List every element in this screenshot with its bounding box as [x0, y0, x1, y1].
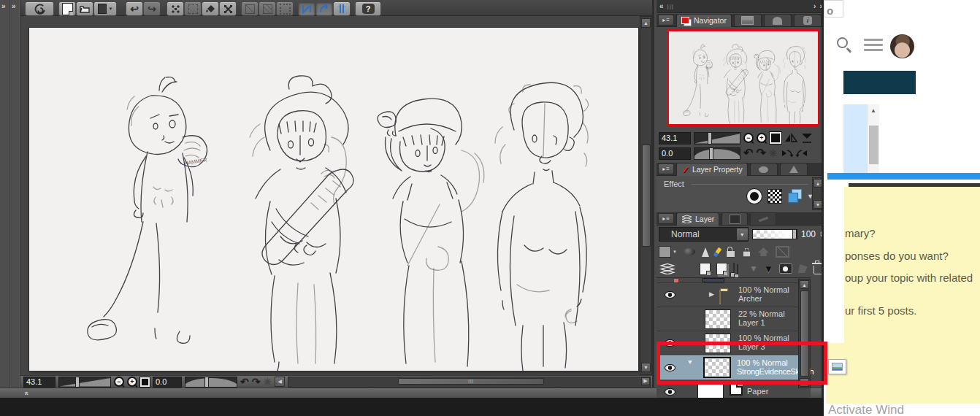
layer-row[interactable]: ▶ 100 % Normal Archer	[656, 283, 811, 307]
tab-information[interactable]: i	[794, 14, 822, 26]
layer-mask-button[interactable]	[779, 263, 792, 274]
lock-transparent-icon[interactable]	[743, 251, 751, 258]
zoom-in-button[interactable]: +	[127, 377, 137, 387]
edit-pen-icon[interactable]	[713, 247, 722, 257]
clip-at-layer-icon[interactable]	[758, 247, 769, 256]
panel-menu-button[interactable]: ▸≡	[658, 163, 674, 174]
undo-button[interactable]: ↩	[126, 1, 143, 16]
rotate-right-90-button[interactable]	[796, 148, 808, 158]
opacity-spinner[interactable]: ▲ ▼	[819, 231, 824, 238]
zoom-slider[interactable]	[58, 377, 111, 388]
draft-layer-icon[interactable]	[684, 248, 695, 255]
nav-reset-rotation-button[interactable]: ✳	[769, 148, 778, 158]
nav-zoom-out-button[interactable]: −	[743, 133, 754, 143]
nav-fit-button[interactable]	[770, 132, 781, 144]
onion-skin-icon[interactable]	[702, 247, 709, 257]
apply-mask-icon[interactable]	[798, 264, 808, 273]
rotation-slider[interactable]	[185, 377, 237, 388]
dotted-square-button[interactable]	[184, 1, 202, 16]
expand-dock-button[interactable]: »	[1, 2, 5, 10]
dock-expand-button[interactable]: »	[819, 2, 823, 10]
canvas-horizontal-scrollbar[interactable]: ||| ▶	[288, 377, 651, 388]
snap-ruler-button[interactable]	[298, 1, 315, 16]
user-avatar[interactable]	[890, 34, 914, 58]
scroll-up-button[interactable]: ▲	[641, 18, 651, 28]
palette-color-swatch[interactable]: ▼	[659, 246, 677, 258]
paint-object-button[interactable]	[202, 1, 219, 16]
dock-grip[interactable]: |||	[667, 3, 674, 9]
tab-animation[interactable]	[750, 163, 778, 175]
save-dropdown-arrow[interactable]: ▼	[109, 7, 113, 11]
blend-dropdown-arrow[interactable]: ▼	[737, 228, 748, 240]
panel-menu-button[interactable]: ▸≡	[658, 213, 674, 224]
ruler-range-icon[interactable]	[776, 246, 789, 258]
snap-grid-button[interactable]	[333, 1, 351, 16]
tab-layer-search[interactable]	[721, 212, 748, 225]
rotate-cw-button[interactable]: ↷	[252, 377, 261, 387]
browser-scroll-thumb[interactable]	[869, 126, 878, 164]
rotation-slider-thumb[interactable]	[204, 377, 209, 388]
panel-menu-button[interactable]: ▸≡	[658, 15, 674, 26]
scroll-down-button[interactable]: ▼	[814, 200, 822, 209]
layer-row-partial[interactable]	[656, 278, 811, 283]
tab-navigator[interactable]: Navigator	[676, 14, 732, 27]
layer-property-scrollbar[interactable]: ▲ ▼	[812, 177, 824, 210]
swatch-dropdown-arrow[interactable]: ▼	[673, 250, 677, 254]
scroll-up-button[interactable]: ▲	[800, 280, 809, 289]
tab-material[interactable]	[780, 163, 808, 175]
save-button[interactable]: ▼	[93, 1, 117, 16]
scroll-left-button[interactable]: ◀	[275, 377, 285, 387]
dots-selector-button[interactable]	[166, 1, 184, 16]
scroll-up-button[interactable]: ▲	[814, 179, 822, 188]
flip-vertical-button[interactable]	[800, 133, 814, 143]
search-icon[interactable]	[837, 37, 848, 48]
tab-layer[interactable]: Layer	[676, 212, 719, 226]
rotate-left-90-button[interactable]	[781, 148, 793, 158]
mesh-transform-button[interactable]	[219, 1, 237, 16]
hamburger-menu-icon[interactable]	[864, 39, 883, 51]
merge-down-button[interactable]: ▼	[764, 263, 773, 274]
collapse-dock-button[interactable]: «	[659, 2, 663, 10]
expand-dock-button[interactable]: »	[12, 2, 15, 10]
open-file-button[interactable]	[76, 1, 93, 16]
zoom-slider-thumb[interactable]	[75, 377, 80, 388]
fit-to-screen-button[interactable]	[140, 377, 150, 387]
opacity-slider-thumb[interactable]	[792, 229, 797, 239]
layer-visibility-toggle[interactable]	[665, 291, 675, 298]
nav-rotation-thumb[interactable]	[709, 147, 713, 160]
zoom-out-button[interactable]: −	[114, 377, 124, 387]
new-folder-button[interactable]	[733, 263, 743, 274]
layer-row[interactable]: 22 % Normal Layer 1	[656, 307, 811, 331]
rotation-value-field[interactable]: 0.0	[153, 377, 182, 388]
opacity-value[interactable]: 100	[801, 229, 816, 239]
zoom-value-field[interactable]: 43.1	[23, 377, 55, 388]
strike-square-button[interactable]	[241, 1, 259, 16]
horizontal-scroll-thumb[interactable]: |||	[398, 378, 544, 385]
layer-color-icon[interactable]	[788, 189, 803, 204]
nav-rotation-value-field[interactable]: 0.0	[659, 147, 691, 160]
snap-special-ruler-button[interactable]	[315, 1, 333, 16]
opacity-slider[interactable]	[752, 229, 797, 239]
new-raster-layer-button[interactable]	[700, 263, 711, 275]
tab-layer-property[interactable]: ✓ Layer Property	[676, 163, 748, 176]
diagonal-square-button[interactable]	[259, 1, 276, 16]
vertical-scroll-thumb[interactable]	[642, 145, 651, 247]
dock-next-button[interactable]: ›	[814, 2, 815, 10]
tree-expand-arrow[interactable]: ▶	[709, 290, 714, 298]
nav-zoom-value-field[interactable]: 43.1	[659, 132, 691, 145]
spin-down-icon[interactable]: ▼	[819, 234, 824, 238]
browser-scrollbar[interactable]: ▲	[867, 104, 879, 173]
scroll-up-icon[interactable]: ▲	[870, 107, 876, 114]
collapse-status-button[interactable]: «	[23, 391, 31, 395]
nav-zoom-in-button[interactable]: +	[757, 133, 767, 143]
scroll-right-button[interactable]: ▶	[641, 377, 650, 385]
new-layer-dialog-button[interactable]	[716, 263, 727, 275]
navigator-preview[interactable]	[667, 29, 819, 126]
nav-rotate-cw-button[interactable]: ↷	[756, 147, 765, 159]
help-button[interactable]: ?	[355, 1, 381, 16]
app-logo-button[interactable]	[25, 1, 54, 16]
scroll-down-button[interactable]: ▼	[641, 363, 651, 372]
redo-button[interactable]: ↪	[143, 1, 161, 16]
blend-mode-dropdown[interactable]: Normal ▼	[659, 227, 749, 242]
canvas-document[interactable]: HAMMER	[29, 28, 638, 371]
